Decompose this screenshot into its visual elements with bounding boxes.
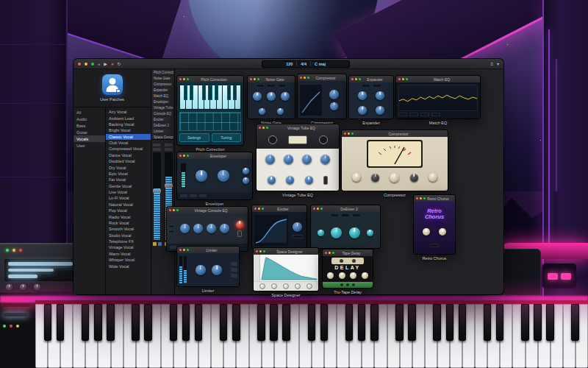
knob[interactable] [267, 92, 276, 101]
plugin-window-space-designer[interactable]: Space Designer [253, 247, 319, 291]
close-icon[interactable] [250, 78, 252, 80]
channel-strip[interactable] [152, 144, 162, 246]
plugin-titlebar[interactable]: Space Designer [254, 248, 318, 255]
plugin-titlebar[interactable]: Vintage Console EQ [167, 207, 248, 213]
library-preset-list[interactable]: Airy VocalAmbient LeadBacking VocalBrigh… [106, 107, 151, 294]
minimize-icon[interactable] [329, 252, 331, 254]
minimize-icon[interactable] [355, 78, 357, 80]
plugin-window-vintage-tube-eq[interactable]: Vintage Tube EQ [256, 124, 340, 191]
window-minimize-button[interactable] [85, 63, 87, 66]
list-editors-button[interactable]: ≡ [490, 62, 493, 66]
slot-item[interactable]: Compressor [152, 82, 173, 87]
plugin-window-retro-chorus[interactable]: Retro Chorus Retro Chorus [413, 194, 456, 255]
toggle-switch[interactable] [237, 230, 242, 237]
minimize-icon[interactable] [262, 127, 265, 129]
preset-item[interactable]: Compressed Vocal [106, 146, 151, 152]
preset-item[interactable]: Bright Vocal [106, 127, 151, 133]
plugin-window-enveloper[interactable]: Enveloper [176, 152, 253, 200]
knob[interactable] [180, 224, 190, 233]
knob[interactable] [243, 168, 249, 174]
knob[interactable] [212, 265, 222, 275]
plugin-titlebar[interactable]: DeEsser 2 [311, 205, 380, 212]
slot-item[interactable]: Exciter [152, 117, 173, 122]
close-icon[interactable] [179, 155, 182, 157]
preset-item[interactable]: Fat Vocal [106, 177, 151, 183]
knob[interactable] [243, 177, 249, 184]
preset-item[interactable]: Rock Vocal [106, 220, 151, 226]
knob[interactable] [302, 155, 312, 164]
plugin-titlebar[interactable]: Compressor [342, 130, 448, 137]
minimize-icon[interactable] [420, 197, 422, 199]
slot-item[interactable]: Enveloper [152, 99, 173, 105]
preset-item[interactable]: Lo-Fi Vocal [106, 195, 151, 201]
knob[interactable] [329, 90, 339, 99]
knob[interactable] [193, 224, 203, 233]
piano-keyboard[interactable] [35, 300, 588, 368]
plugin-titlebar[interactable]: Limiter [177, 247, 239, 253]
user-patch-icon[interactable] [102, 74, 123, 95]
minimize-icon[interactable] [183, 78, 185, 80]
slot-item[interactable]: Space Designer [152, 135, 173, 140]
minimize-icon[interactable] [317, 208, 319, 210]
plugin-titlebar[interactable]: Enveloper [177, 152, 252, 159]
cat-item[interactable]: Vocals [74, 135, 105, 142]
window-close-button[interactable] [78, 63, 81, 66]
gain-red-knob[interactable] [236, 221, 244, 229]
slot-item[interactable]: Limiter [152, 129, 173, 134]
preset-item[interactable]: Natural Vocal [106, 202, 151, 208]
cat-item[interactable]: Guitar [74, 129, 105, 135]
plugin-slot-list[interactable]: Pitch CorrectionNoise GateCompressorExpa… [151, 69, 174, 140]
knob[interactable] [330, 102, 338, 110]
preset-item[interactable]: Vintage Vocal [106, 244, 151, 250]
preset-item[interactable]: Studio Vocal [106, 233, 151, 238]
slot-item[interactable]: Pitch Correction [152, 70, 173, 75]
record-button[interactable]: ● [111, 62, 114, 66]
knob[interactable] [20, 284, 26, 291]
knob[interactable] [293, 222, 302, 232]
knob[interactable] [305, 176, 313, 184]
knob[interactable] [265, 155, 275, 164]
preset-item[interactable]: Dance Vocal [106, 152, 151, 158]
plugin-window-noise-gate[interactable]: Noise Gate [247, 75, 295, 119]
close-icon[interactable] [179, 78, 182, 80]
preset-item[interactable]: Dry Vocal [106, 164, 151, 170]
knob[interactable] [271, 283, 277, 289]
knob[interactable] [283, 283, 289, 289]
minimize-icon[interactable] [183, 155, 185, 157]
window-zoom-button[interactable] [91, 63, 94, 66]
mute-button[interactable] [153, 242, 157, 246]
slot-item[interactable]: Console EQ [152, 111, 173, 116]
plugin-window-expander[interactable]: Expander [348, 75, 394, 119]
slot-item[interactable]: Vintage Tube EQ [152, 105, 173, 110]
knob[interactable] [320, 155, 330, 164]
knob[interactable] [358, 106, 367, 115]
cat-item[interactable]: Bass [74, 122, 105, 129]
knob[interactable] [284, 155, 293, 164]
plugin-window-deesser2[interactable]: DeEsser 2 [310, 205, 381, 249]
preset-item[interactable]: Whisper Vocal [106, 257, 151, 263]
preset-item[interactable]: Airy Vocal [106, 109, 151, 115]
close-icon[interactable] [416, 197, 418, 199]
knob[interactable] [196, 265, 206, 275]
knob[interactable] [281, 92, 290, 101]
knob[interactable] [6, 284, 12, 291]
preset-item[interactable]: Smooth Vocal [106, 226, 151, 232]
close-icon[interactable] [398, 78, 401, 80]
slot-item[interactable]: Noise Gate [152, 76, 173, 81]
tuning-button[interactable]: Tuning [212, 133, 242, 142]
knob[interactable] [358, 91, 367, 100]
plugin-titlebar[interactable]: Pitch Correction [177, 76, 243, 82]
close-icon[interactable] [313, 208, 315, 210]
preset-item[interactable]: Warm Vocal [106, 251, 151, 257]
close-icon[interactable] [179, 249, 182, 251]
knob[interactable] [410, 174, 418, 182]
knob[interactable] [331, 227, 342, 238]
preset-item[interactable]: Classic Vocal [106, 134, 151, 140]
glow-pad[interactable] [561, 273, 571, 280]
knob[interactable] [268, 176, 276, 184]
toggle-switch[interactable] [323, 176, 328, 185]
close-icon[interactable] [344, 132, 346, 135]
plugin-window-pitch-correction[interactable]: Pitch Correction Settings Tuning [176, 75, 244, 146]
knob[interactable] [277, 108, 284, 115]
rewind-button[interactable]: « [98, 62, 100, 66]
